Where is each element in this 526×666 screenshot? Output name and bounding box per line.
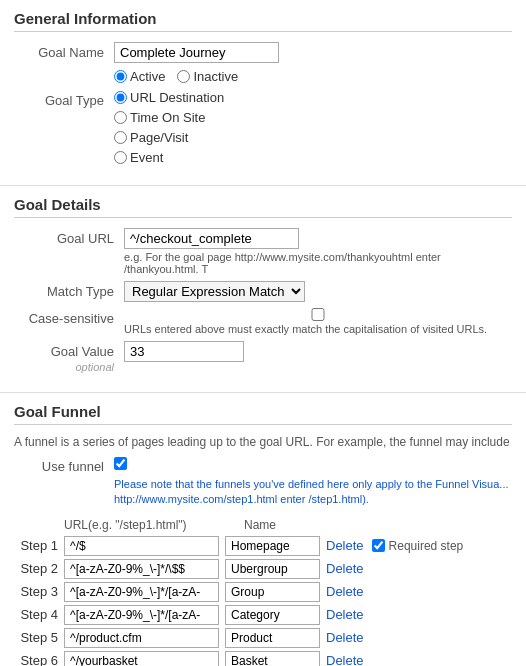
- step-label: Step 2: [14, 561, 64, 576]
- funnel-step-row: Step 6 Delete: [14, 651, 512, 666]
- step-url-input[interactable]: [64, 605, 219, 625]
- funnel-col-url-header: URL(e.g. "/step1.html"): [64, 518, 244, 532]
- goal-funnel-section: Goal Funnel A funnel is a series of page…: [0, 393, 526, 666]
- use-funnel-label: Use funnel: [14, 457, 114, 474]
- step-label: Step 1: [14, 538, 64, 553]
- required-step-label: Required step: [389, 539, 464, 553]
- required-step-area: Required step: [372, 539, 464, 553]
- goal-type-page-visit[interactable]: Page/Visit: [114, 130, 512, 145]
- goal-type-event[interactable]: Event: [114, 150, 512, 165]
- step-url-input[interactable]: [64, 651, 219, 666]
- funnel-step-row: Step 1 Delete Required step: [14, 536, 512, 556]
- funnel-steps-container: Step 1 Delete Required step Step 2 Delet…: [14, 536, 512, 666]
- general-information-section: General Information Goal Name Active Ina…: [0, 0, 526, 185]
- status-inactive-radio[interactable]: Inactive: [177, 69, 238, 84]
- general-section-title: General Information: [14, 10, 512, 32]
- delete-link[interactable]: Delete: [326, 584, 364, 599]
- step-url-input[interactable]: [64, 559, 219, 579]
- delete-link[interactable]: Delete: [326, 538, 364, 553]
- funnel-step-row: Step 5 Delete: [14, 628, 512, 648]
- details-section-title: Goal Details: [14, 196, 512, 218]
- funnel-description: A funnel is a series of pages leading up…: [14, 435, 512, 449]
- goal-value-label: Goal Value optional: [14, 341, 124, 374]
- step-name-input[interactable]: [225, 605, 320, 625]
- step-name-input[interactable]: [225, 651, 320, 666]
- step-name-input[interactable]: [225, 559, 320, 579]
- step-label: Step 5: [14, 630, 64, 645]
- match-type-select[interactable]: Regular Expression Match: [124, 281, 305, 302]
- step-name-input[interactable]: [225, 628, 320, 648]
- funnel-step-row: Step 3 Delete: [14, 582, 512, 602]
- step-label: Step 3: [14, 584, 64, 599]
- case-sensitive-checkbox[interactable]: [124, 308, 512, 321]
- goal-url-hint: e.g. For the goal page http://www.mysite…: [124, 251, 512, 275]
- case-sensitive-hint: URLs entered above must exactly match th…: [124, 323, 512, 335]
- funnel-step-row: Step 2 Delete: [14, 559, 512, 579]
- step-label: Step 4: [14, 607, 64, 622]
- delete-link[interactable]: Delete: [326, 630, 364, 645]
- goal-name-input[interactable]: [114, 42, 279, 63]
- goal-url-input[interactable]: [124, 228, 299, 249]
- step-name-input[interactable]: [225, 582, 320, 602]
- goal-type-url-destination[interactable]: URL Destination: [114, 90, 512, 105]
- funnel-table: URL(e.g. "/step1.html") Name Step 1 Dele…: [14, 518, 512, 666]
- status-active-radio[interactable]: Active: [114, 69, 165, 84]
- step-url-input[interactable]: [64, 582, 219, 602]
- delete-link[interactable]: Delete: [326, 653, 364, 666]
- step-url-input[interactable]: [64, 536, 219, 556]
- delete-link[interactable]: Delete: [326, 607, 364, 622]
- goal-name-label: Goal Name: [14, 42, 114, 60]
- step-name-input[interactable]: [225, 536, 320, 556]
- step-label: Step 6: [14, 653, 64, 666]
- funnel-note: Please note that the funnels you've defi…: [114, 477, 512, 508]
- funnel-col-name-header: Name: [244, 518, 354, 532]
- goal-url-label: Goal URL: [14, 228, 124, 246]
- goal-type-label: Goal Type: [14, 90, 114, 108]
- match-type-label: Match Type: [14, 281, 124, 299]
- use-funnel-checkbox[interactable]: [114, 457, 127, 470]
- goal-value-input[interactable]: [124, 341, 244, 362]
- case-sensitive-label: Case-sensitive: [14, 308, 124, 326]
- goal-type-time-on-site[interactable]: Time On Site: [114, 110, 512, 125]
- required-step-checkbox[interactable]: [372, 539, 385, 552]
- goal-details-section: Goal Details Goal URL e.g. For the goal …: [0, 186, 526, 392]
- funnel-step-row: Step 4 Delete: [14, 605, 512, 625]
- step-url-input[interactable]: [64, 628, 219, 648]
- funnel-section-title: Goal Funnel: [14, 403, 512, 425]
- delete-link[interactable]: Delete: [326, 561, 364, 576]
